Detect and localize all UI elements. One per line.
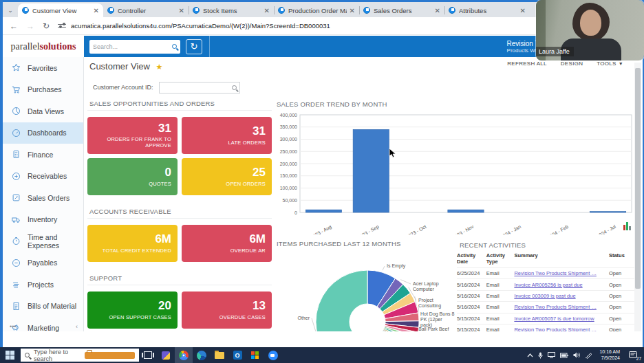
tab-close-icon[interactable]: ✕ xyxy=(264,7,270,14)
column-header[interactable]: Activity Date xyxy=(457,251,486,268)
sidebar-item-bills-of-material[interactable]: Bills of Material xyxy=(3,296,83,318)
back-icon[interactable]: ← xyxy=(10,21,18,31)
favorite-star-icon[interactable]: ★ xyxy=(156,63,163,71)
svg-text:350,000: 350,000 xyxy=(280,124,297,129)
design-button[interactable]: DESIGN xyxy=(561,60,583,67)
column-header[interactable]: Activity Type xyxy=(486,251,515,268)
stack-icon xyxy=(11,279,21,289)
browser-tab-3[interactable]: Production Order Mainten✕ xyxy=(274,3,359,17)
taskbar-search[interactable]: Type here to search xyxy=(21,349,139,362)
kpi-card-overdue-ar[interactable]: 6MOVERDUE AR xyxy=(182,225,272,262)
business-date-icon[interactable]: ↻ xyxy=(186,39,202,54)
sidebar-item-data-views[interactable]: Data Views xyxy=(3,100,83,122)
kpi-card-overdue-cases[interactable]: 13OVERDUE CASES xyxy=(182,292,272,329)
edge-icon[interactable] xyxy=(193,347,211,363)
tab-favicon-icon xyxy=(363,7,370,14)
sidebar-collapse-icon[interactable]: ‹ xyxy=(76,323,78,330)
activity-summary-link[interactable]: Invoice 003009 is past due xyxy=(514,293,575,299)
kpi-column: Customer Account ID: SALES OPPORTUNITIES… xyxy=(87,80,272,331)
tab-close-icon[interactable]: ✕ xyxy=(179,7,184,14)
sidebar-item-dashboards[interactable]: Dashboards xyxy=(3,122,83,144)
refresh-icon[interactable]: ↻ xyxy=(43,21,50,31)
kpi-card-total-credit-extended[interactable]: 6MTOTAL CREDIT EXTENDED xyxy=(87,225,178,262)
battery-icon[interactable] xyxy=(560,353,568,358)
activity-date: 5/16/2024 xyxy=(457,290,486,301)
sidebar-item-receivables[interactable]: Receivables xyxy=(3,166,83,188)
browser-tab-2[interactable]: Stock Items✕ xyxy=(189,3,274,17)
kpi-card-quotes[interactable]: 0QUOTES xyxy=(87,158,178,195)
note-icon xyxy=(11,192,21,203)
kpi-card-open-orders[interactable]: 25OPEN ORDERS xyxy=(182,158,272,195)
outlook-icon[interactable]: O xyxy=(228,347,246,363)
pen-icon[interactable] xyxy=(585,352,592,359)
site-info-icon[interactable] xyxy=(58,23,66,30)
app-search-box[interactable] xyxy=(89,40,180,54)
taskbar-date: 7/9/2024 xyxy=(599,355,620,362)
tab-search-chevron-icon[interactable]: ⌄ xyxy=(3,3,18,17)
tab-close-icon[interactable]: ✕ xyxy=(435,7,440,14)
zoom-app-icon[interactable] xyxy=(264,347,282,363)
activity-row: 5/15/2024EmailInvoice AR005057 is due to… xyxy=(457,313,640,324)
browser-tab-4[interactable]: Sales Orders✕ xyxy=(359,3,444,17)
taskbar-clock[interactable]: 10:16 AM 7/9/2024 xyxy=(599,349,620,362)
taskbar-search-placeholder: Type here to search xyxy=(34,349,85,362)
sidebar-item-payables[interactable]: Payables xyxy=(3,252,83,274)
display-icon[interactable] xyxy=(548,352,555,358)
sidebar-nav: FavoritesPurchasesData ViewsDashboardsFi… xyxy=(3,57,84,331)
tab-close-icon[interactable]: ✕ xyxy=(520,7,526,14)
app-search-input[interactable] xyxy=(93,43,172,50)
activity-summary-link[interactable]: Invoice AR005256 is past due xyxy=(514,282,582,288)
activity-type: Email xyxy=(486,313,515,324)
activity-summary-link[interactable]: Invoice AR005057 is due tomorrow xyxy=(514,316,594,322)
microphone-icon[interactable] xyxy=(538,352,543,359)
file-explorer-icon[interactable] xyxy=(211,347,228,363)
sidebar-item-purchases[interactable]: Purchases xyxy=(3,79,83,101)
sidebar-item-label: Receivables xyxy=(28,172,67,180)
activity-summary-link[interactable]: Revision Two Products Shipment … xyxy=(514,327,597,331)
kpi-card-orders-for-frank-to-approve[interactable]: 31ORDERS FOR FRANK TO APPROVE xyxy=(87,117,178,154)
recent-activities-table: Activity DateActivity TypeSummaryStatus6… xyxy=(457,251,640,331)
refresh-all-button[interactable]: REFRESH ALL xyxy=(507,60,547,67)
sidebar-item-favorites[interactable]: Favorites xyxy=(3,57,83,79)
page-scrollbar[interactable] xyxy=(634,63,641,331)
chrome-icon[interactable] xyxy=(175,347,193,363)
snip-sketch-icon[interactable] xyxy=(157,347,175,363)
kpi-card-open-support-cases[interactable]: 20OPEN SUPPORT CASES xyxy=(87,292,178,329)
sidebar-item-inventory[interactable]: Inventory xyxy=(3,209,83,231)
kpi-card-late-orders[interactable]: 31LATE ORDERS xyxy=(182,117,272,154)
column-header[interactable]: Summary xyxy=(514,251,609,268)
kpi-label: TOTAL CREDIT EXTENDED xyxy=(103,248,171,254)
activity-summary-link[interactable]: Revision Two Products Shipment … xyxy=(514,304,597,310)
tab-close-icon[interactable]: ✕ xyxy=(350,7,355,14)
tools-button[interactable]: TOOLS▼ xyxy=(597,60,623,67)
items-purchased-donut-chart[interactable]: Is EmptyAcer LaptopComputerProjectConsul… xyxy=(278,250,458,331)
action-center-icon[interactable]: 27 xyxy=(629,351,637,359)
minus-icon xyxy=(11,258,21,268)
start-button[interactable] xyxy=(6,351,14,360)
microsoft-store-icon[interactable] xyxy=(246,347,264,363)
forward-icon[interactable]: → xyxy=(26,21,34,31)
activity-row: 6/25/2024EmailRevision Two Products Ship… xyxy=(457,268,640,279)
sidebar-item-label: Dashboards xyxy=(28,129,67,137)
task-view-button[interactable] xyxy=(139,347,157,363)
sidebar-more-button[interactable]: ••• xyxy=(10,323,16,330)
sidebar-item-time-and-expenses[interactable]: Time and Expenses xyxy=(3,230,83,252)
activity-date: 6/25/2024 xyxy=(457,268,486,279)
customer-account-input[interactable] xyxy=(159,82,240,94)
page-title: Customer View xyxy=(89,61,150,72)
sidebar-item-projects[interactable]: Projects xyxy=(3,274,83,296)
address-bar[interactable]: acumatica.parallelsolutions4u.com/PSAcum… xyxy=(71,22,330,30)
browser-tab-0[interactable]: Customer View✕ xyxy=(18,3,103,17)
sales-order-trend-chart[interactable]: 050,000100,000150,000200,000250,000300,0… xyxy=(277,109,637,234)
lookup-icon[interactable] xyxy=(232,85,237,90)
speaker-icon[interactable] xyxy=(573,352,580,358)
sidebar-item-sales-orders[interactable]: Sales Orders xyxy=(3,187,83,209)
activity-summary-link[interactable]: Revision Two Products Shipment … xyxy=(514,270,597,276)
sidebar-item-label: Data Views xyxy=(28,107,64,116)
tray-expand-icon[interactable] xyxy=(527,353,533,358)
sidebar-item-label: Sales Orders xyxy=(28,194,69,202)
sidebar-item-finance[interactable]: Finance xyxy=(3,144,83,166)
browser-tab-5[interactable]: Attributes✕ xyxy=(444,3,530,17)
tab-close-icon[interactable]: ✕ xyxy=(94,7,99,14)
browser-tab-1[interactable]: Controller✕ xyxy=(103,3,189,17)
